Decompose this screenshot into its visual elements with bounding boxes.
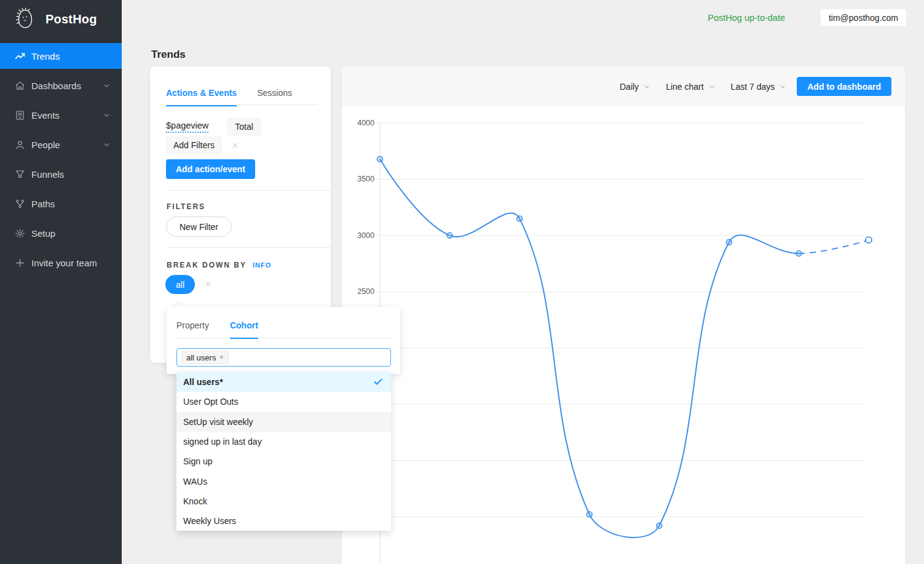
option-label: Weekly Users [183,516,382,526]
breakdown-info-link[interactable]: INFO [253,261,271,269]
selected-cohort-tag: all users ✕ [181,351,229,364]
sidebar-item-funnels[interactable]: Funnels [0,161,122,187]
remove-breakdown-icon[interactable]: ✕ [205,280,211,289]
option-label: Knock [183,496,382,506]
paths-icon [15,199,25,209]
events-icon [15,110,25,121]
sidebar-item-label: Funnels [31,169,122,180]
sidebar-item-paths[interactable]: Paths [0,191,122,216]
event-row: $pageview Total [166,118,261,135]
sidebar-nav: TrendsDashboardsEventsPeopleFunnelsPaths… [0,38,122,276]
plus-icon [15,258,25,268]
sidebar-item-label: Trends [31,51,122,62]
sidebar-item-label: Paths [31,199,122,209]
page-title: Trends [151,49,186,61]
divider [166,190,331,191]
new-filter-button[interactable]: New Filter [166,216,232,237]
gear-icon [15,228,25,239]
trend-chart-card: 4000350030002500200015001000500 Daily Li… [342,66,905,564]
svg-text:2500: 2500 [357,287,374,296]
chevron-down-icon [643,83,650,90]
funnel-icon [15,169,25,180]
tab-property[interactable]: Property [176,320,209,339]
sidebar-item-trends[interactable]: Trends [0,43,122,69]
cohort-option-list: All users*User Opt OutsSetUp visit weekl… [176,372,391,531]
remove-tag-icon[interactable]: ✕ [219,354,224,360]
brand-name: PostHog [45,12,97,26]
interval-dropdown[interactable]: Daily [620,82,650,92]
people-icon [15,140,25,150]
sidebar-item-label: Invite your team [31,258,122,268]
sidebar-item-dashboards[interactable]: Dashboards [0,73,122,98]
query-tabs: Actions & Events Sessions [166,88,318,106]
event-name-selector[interactable]: $pageview [166,121,208,133]
sidebar-item-label: Dashboards [31,81,103,91]
divider [166,247,331,248]
posthog-hedgehog-logo-icon [12,6,38,32]
cohort-option-setup-visit-weekly[interactable]: SetUp visit weekly [176,412,391,432]
add-to-dashboard-button[interactable]: Add to dashboard [797,77,891,96]
chevron-down-icon [103,141,111,149]
option-label: signed up in last day [183,437,382,447]
chevron-down-icon [779,83,786,90]
sidebar-item-people[interactable]: People [0,132,122,157]
user-email-button[interactable]: tim@posthog.com [820,9,907,26]
add-filters-button[interactable]: Add Filters [166,137,222,154]
option-label: Sign up [183,456,382,466]
sidebar-item-invite-your-team[interactable]: Invite your team [0,250,122,276]
svg-text:4000: 4000 [357,119,374,127]
filters-heading: FILTERS [167,202,205,211]
breakdown-heading: BREAK DOWN BYINFO [167,261,271,269]
breakdown-value-pill[interactable]: all [165,275,195,294]
svg-text:3500: 3500 [357,175,374,183]
chart-toolbar: Daily Line chart Last 7 days Add to dash… [342,66,905,106]
sidebar: PostHog TrendsDashboardsEventsPeopleFunn… [0,0,122,564]
chevron-down-icon [103,111,111,119]
tab-sessions[interactable]: Sessions [257,88,292,106]
option-label: SetUp visit weekly [183,417,382,427]
breakdown-row: all ✕ [165,275,211,294]
sidebar-item-label: People [31,140,103,150]
trend-line-chart[interactable]: 4000350030002500200015001000500 [342,66,905,564]
cohort-option-user-opt-outs[interactable]: User Opt Outs [176,392,391,411]
update-status-link[interactable]: PostHog up-to-date [708,13,785,23]
math-total-button[interactable]: Total [227,118,261,135]
trend-icon [15,51,25,62]
cohort-option-weekly-users[interactable]: Weekly Users [176,511,391,531]
cohort-option-sign-up[interactable]: Sign up [176,451,391,471]
tab-actions-events[interactable]: Actions & Events [166,88,237,106]
cohort-select-input[interactable]: all users ✕ [176,348,391,367]
popover-tabs: Property Cohort [176,320,258,339]
chart-type-dropdown[interactable]: Line chart [666,82,715,92]
remove-event-icon[interactable]: ✕ [232,141,239,150]
chevron-down-icon [708,83,716,90]
cohort-option-waus[interactable]: WAUs [176,471,391,491]
option-label: User Opt Outs [183,397,382,407]
date-range-dropdown[interactable]: Last 7 days [731,82,787,92]
posthog-app: PostHog TrendsDashboardsEventsPeopleFunn… [0,0,924,564]
sidebar-item-events[interactable]: Events [0,102,122,128]
home-icon [15,81,25,91]
breakdown-popover: Property Cohort all users ✕ [167,307,400,374]
sidebar-item-label: Setup [31,228,122,239]
cohort-option-all-users[interactable]: All users* [176,372,391,392]
option-label: WAUs [183,477,382,487]
check-icon [374,378,382,386]
sidebar-item-setup[interactable]: Setup [0,220,122,246]
option-label: All users* [183,377,374,387]
brand[interactable]: PostHog [0,0,122,38]
cohort-option-signed-up-in-last-day[interactable]: signed up in last day [176,432,391,451]
sidebar-item-label: Events [31,110,103,121]
add-action-event-button[interactable]: Add action/event [166,159,255,179]
chevron-down-icon [103,82,111,90]
tab-cohort[interactable]: Cohort [230,320,258,339]
filter-row: Add Filters ✕ [166,137,239,154]
svg-text:3000: 3000 [357,231,374,240]
cohort-option-knock[interactable]: Knock [176,491,391,511]
